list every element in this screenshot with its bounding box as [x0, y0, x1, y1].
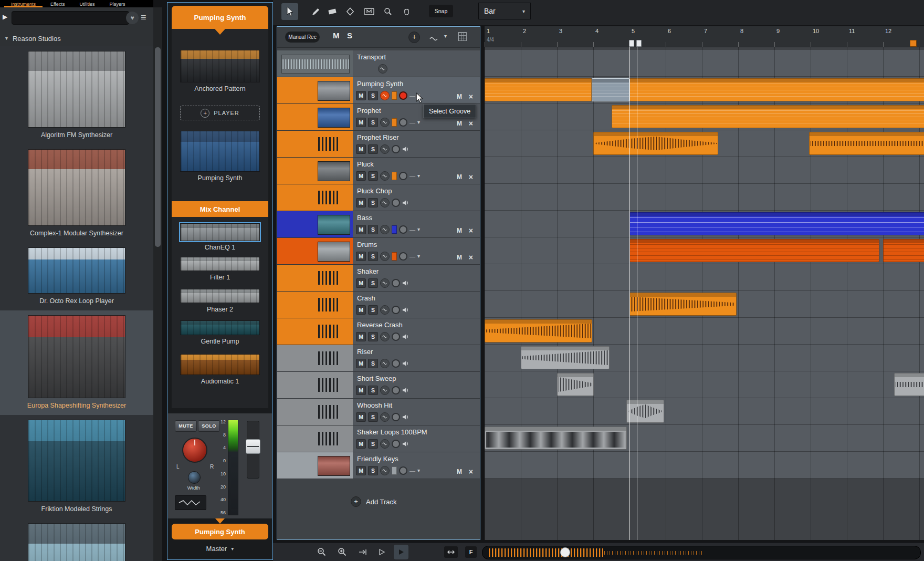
track-groove-icon[interactable] [380, 198, 390, 207]
search-input[interactable] [12, 11, 129, 25]
track-groove-icon[interactable] [380, 359, 390, 368]
rack-device[interactable]: Filter 1 [180, 257, 260, 282]
clip[interactable] [629, 293, 737, 316]
follow-song-icon[interactable] [356, 546, 370, 558]
track-color-chip[interactable] [392, 252, 397, 261]
track-mute-button[interactable]: M [356, 278, 366, 288]
selection-tool[interactable] [281, 3, 298, 20]
track-groove-select[interactable]: ▾ [417, 225, 420, 234]
track-groove-icon[interactable] [380, 412, 390, 422]
clip[interactable] [593, 132, 718, 155]
timeline-lane[interactable] [485, 157, 924, 184]
caret-down-icon[interactable]: ▾ [444, 33, 447, 39]
track-color-chip[interactable] [392, 118, 397, 127]
browser-item[interactable] [0, 518, 153, 561]
track-close-button[interactable]: × [469, 468, 473, 476]
pencil-tool[interactable] [307, 3, 324, 20]
track-groove-icon[interactable] [380, 252, 390, 261]
track-solo-button[interactable]: S [368, 198, 378, 207]
scrollbar-handle[interactable] [560, 547, 570, 557]
track-row[interactable]: Pluck ChopMS [277, 184, 480, 211]
track-row[interactable]: PluckMS—▾M× [277, 158, 480, 184]
track-mute-button[interactable]: M [356, 466, 366, 475]
clip[interactable] [629, 78, 924, 101]
manual-rec-button[interactable]: Manual Rec [285, 32, 320, 43]
hand-tool[interactable] [398, 3, 415, 20]
browser-item[interactable]: Dr. Octo Rex Loop Player [0, 243, 153, 310]
track-color-chip[interactable] [392, 466, 397, 475]
track-color-chip[interactable] [392, 225, 397, 234]
timeline-lane[interactable] [485, 452, 924, 479]
track-groove-icon[interactable] [380, 118, 390, 127]
speaker-icon[interactable] [402, 414, 410, 420]
track-row[interactable]: CrashMS [277, 292, 480, 318]
browser-tab-effects[interactable]: Effects [44, 0, 71, 7]
speaker-icon[interactable] [402, 334, 410, 340]
clip[interactable] [629, 239, 879, 262]
song-end-marker[interactable] [910, 40, 917, 47]
pan-knob[interactable] [182, 438, 207, 463]
mute-tool[interactable] [361, 3, 377, 20]
razor-tool[interactable] [342, 3, 359, 20]
browser-tab-utilities[interactable]: Utilities [72, 0, 101, 7]
clip[interactable] [485, 319, 592, 342]
track-mute-right[interactable]: M [457, 93, 462, 100]
browser-item[interactable]: Friktion Modeled Strings [0, 415, 153, 518]
track-record-arm[interactable] [392, 386, 400, 394]
track-mute-button[interactable]: M [356, 225, 366, 234]
width-knob[interactable] [188, 471, 201, 484]
track-mute-right[interactable]: M [457, 254, 462, 261]
add-track-button[interactable]: + Add Track [351, 496, 397, 507]
track-groove-none[interactable]: — [410, 172, 415, 180]
clip[interactable] [592, 78, 629, 101]
track-groove-icon[interactable] [380, 439, 390, 449]
add-track-plus-icon[interactable]: + [408, 32, 420, 43]
track-solo-button[interactable]: S [368, 359, 378, 368]
track-row[interactable]: DrumsMS—▾M× [277, 238, 480, 265]
rack-device[interactable]: Anchored Pattern [180, 50, 260, 93]
timeline-lane[interactable] [485, 184, 924, 211]
fader-handle[interactable] [246, 439, 260, 454]
timeline-lane[interactable] [485, 50, 924, 77]
play-outline-icon[interactable] [375, 546, 388, 558]
track-mute-button[interactable]: M [356, 118, 366, 127]
track-groove-icon[interactable] [380, 225, 390, 234]
rack-device[interactable]: ChanEQ 1 [180, 223, 260, 252]
track-row[interactable]: Pumping SynthMS—▾M× [277, 77, 480, 104]
track-record-arm[interactable] [392, 306, 400, 314]
clip[interactable] [485, 427, 627, 450]
track-row[interactable]: Transport [277, 50, 480, 77]
track-close-button[interactable]: × [469, 226, 473, 235]
player-add-button[interactable]: +PLAYER [180, 106, 260, 120]
track-solo-button[interactable]: S [368, 305, 378, 315]
track-groove-none[interactable]: — [410, 225, 415, 234]
track-row[interactable]: ShakerMS [277, 265, 480, 292]
clip[interactable] [612, 105, 924, 128]
speaker-icon[interactable] [402, 146, 410, 152]
track-record-arm[interactable] [399, 118, 407, 127]
track-mute-button[interactable]: M [356, 305, 366, 315]
track-mute-right[interactable]: M [457, 227, 462, 234]
track-automation-icon[interactable] [378, 64, 387, 74]
track-solo-button[interactable]: S [368, 386, 378, 395]
track-groove-icon[interactable] [380, 305, 390, 315]
favorites-heart-icon[interactable]: ♥ [126, 12, 139, 24]
track-row[interactable]: Prophet RiserMS [277, 131, 480, 158]
track-record-arm[interactable] [392, 333, 400, 341]
track-groove-select[interactable]: ▾ [417, 466, 420, 475]
track-groove-select[interactable]: ▾ [417, 118, 420, 127]
track-record-arm[interactable] [392, 413, 400, 421]
track-record-arm[interactable] [399, 466, 407, 475]
track-groove-icon[interactable] [380, 386, 390, 395]
follow-button[interactable]: F [465, 546, 477, 558]
clip[interactable] [894, 373, 924, 396]
rack-device[interactable]: Gentle Pump [180, 320, 260, 346]
track-groove-icon[interactable] [380, 278, 390, 288]
speaker-icon[interactable] [402, 387, 410, 393]
clip[interactable] [809, 132, 924, 155]
rack-device-header[interactable]: Pumping Synth [172, 6, 268, 29]
rack-device[interactable]: Pumping Synth [180, 131, 260, 182]
track-solo-button[interactable]: S [368, 332, 378, 341]
track-mute-right[interactable]: M [457, 173, 462, 181]
track-record-arm[interactable] [392, 359, 400, 368]
